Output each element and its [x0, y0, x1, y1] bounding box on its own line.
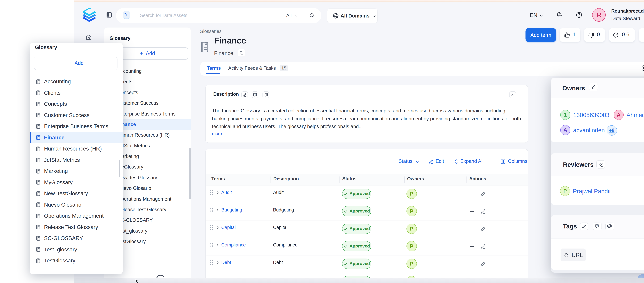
svg-text:?: ?: [254, 93, 256, 96]
svg-text:?: ?: [596, 225, 598, 227]
